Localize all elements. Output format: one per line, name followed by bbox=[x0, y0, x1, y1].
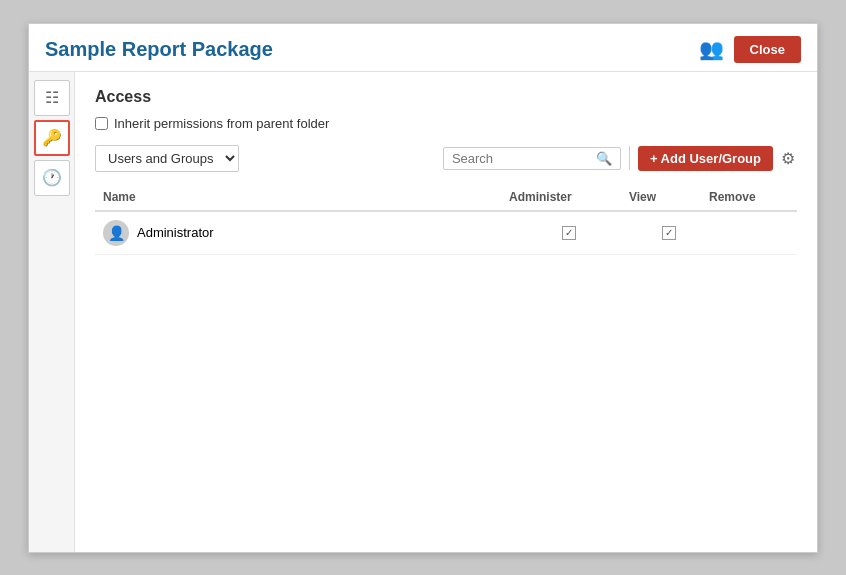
window-header: Sample Report Package 👥 Close bbox=[29, 24, 817, 72]
col-name: Name bbox=[103, 188, 509, 206]
vertical-divider bbox=[629, 146, 630, 170]
close-button[interactable]: Close bbox=[734, 36, 801, 63]
avatar: 👤 bbox=[103, 220, 129, 246]
add-user-group-button[interactable]: + Add User/Group bbox=[638, 146, 773, 171]
table-header: Name Administer View Remove bbox=[95, 184, 797, 212]
search-icon: 🔍 bbox=[596, 151, 612, 166]
main-window: Sample Report Package 👥 Close ☷ 🔑 🕐 Acce… bbox=[28, 23, 818, 553]
view-checkbox[interactable]: ✓ bbox=[662, 226, 676, 240]
gear-icon: ⚙ bbox=[781, 150, 795, 167]
inherit-label: Inherit permissions from parent folder bbox=[114, 116, 329, 131]
col-administer: Administer bbox=[509, 188, 629, 206]
settings-button[interactable]: ⚙ bbox=[779, 147, 797, 170]
view-cell: ✓ bbox=[629, 226, 709, 240]
toolbar-row: Users and Groups Users Groups 🔍 + Add Us… bbox=[95, 145, 797, 172]
inherit-row: Inherit permissions from parent folder bbox=[95, 116, 797, 131]
col-view: View bbox=[629, 188, 709, 206]
list-icon: ☷ bbox=[45, 88, 59, 107]
sidebar-item-clock[interactable]: 🕐 bbox=[34, 160, 70, 196]
search-input[interactable] bbox=[452, 151, 592, 166]
window-title: Sample Report Package bbox=[45, 38, 273, 61]
inherit-checkbox[interactable] bbox=[95, 117, 108, 130]
window-body: ☷ 🔑 🕐 Access Inherit permissions from pa… bbox=[29, 72, 817, 552]
sidebar: ☷ 🔑 🕐 bbox=[29, 72, 75, 552]
avatar-icon: 👤 bbox=[108, 225, 125, 241]
toolbar-left: Users and Groups Users Groups bbox=[95, 145, 239, 172]
header-actions: 👥 Close bbox=[699, 36, 801, 63]
table-row: 👤 Administrator ✓ ✓ bbox=[95, 212, 797, 255]
section-title: Access bbox=[95, 88, 797, 106]
keys-icon: 🔑 bbox=[42, 128, 62, 147]
administer-cell: ✓ bbox=[509, 226, 629, 240]
filter-dropdown[interactable]: Users and Groups Users Groups bbox=[95, 145, 239, 172]
search-box: 🔍 bbox=[443, 147, 621, 170]
main-content: Access Inherit permissions from parent f… bbox=[75, 72, 817, 552]
user-cell: 👤 Administrator bbox=[103, 220, 509, 246]
toolbar-right: 🔍 + Add User/Group ⚙ bbox=[443, 146, 797, 171]
administer-checkbox[interactable]: ✓ bbox=[562, 226, 576, 240]
clock-icon: 🕐 bbox=[42, 168, 62, 187]
permissions-table: Name Administer View Remove 👤 Administra… bbox=[95, 184, 797, 255]
users-icon: 👥 bbox=[699, 37, 724, 61]
user-name: Administrator bbox=[137, 225, 214, 240]
sidebar-item-keys[interactable]: 🔑 bbox=[34, 120, 70, 156]
sidebar-item-list[interactable]: ☷ bbox=[34, 80, 70, 116]
col-remove: Remove bbox=[709, 188, 789, 206]
